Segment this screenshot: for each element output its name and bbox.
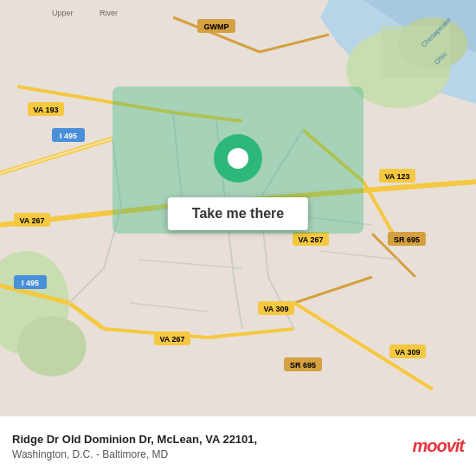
address-line1: Ridge Dr Old Dominion Dr, McLean, VA 221… [12,432,412,447]
svg-text:VA 267: VA 267 [159,335,184,344]
svg-point-7 [17,316,87,376]
svg-text:River: River [100,9,118,17]
svg-text:I 495: I 495 [60,132,77,140]
svg-text:VA 267: VA 267 [19,216,44,225]
svg-text:I 495: I 495 [22,279,39,287]
take-me-there-button[interactable]: Take me there [168,197,308,230]
address-block: Ridge Dr Old Dominion Dr, McLean, VA 221… [12,432,412,460]
svg-text:VA 193: VA 193 [33,106,58,114]
svg-text:GWMP: GWMP [204,23,229,31]
svg-text:VA 309: VA 309 [395,348,420,357]
map-pin [214,134,262,183]
map-container: VA 193 I 495 VA 267 I 495 VA 123 SR 695 … [0,0,476,415]
moovit-brand-text: moovit [412,436,464,456]
svg-text:SR 695: SR 695 [394,235,420,244]
info-bar: Ridge Dr Old Dominion Dr, McLean, VA 221… [0,415,476,476]
svg-text:Upper: Upper [52,9,74,17]
moovit-logo: moovit [412,436,464,456]
address-line2: Washington, D.C. - Baltimore, MD [12,448,412,460]
svg-text:VA 267: VA 267 [298,235,323,244]
svg-text:SR 695: SR 695 [290,361,316,370]
svg-text:VA 309: VA 309 [263,305,288,313]
svg-text:VA 123: VA 123 [384,172,409,181]
